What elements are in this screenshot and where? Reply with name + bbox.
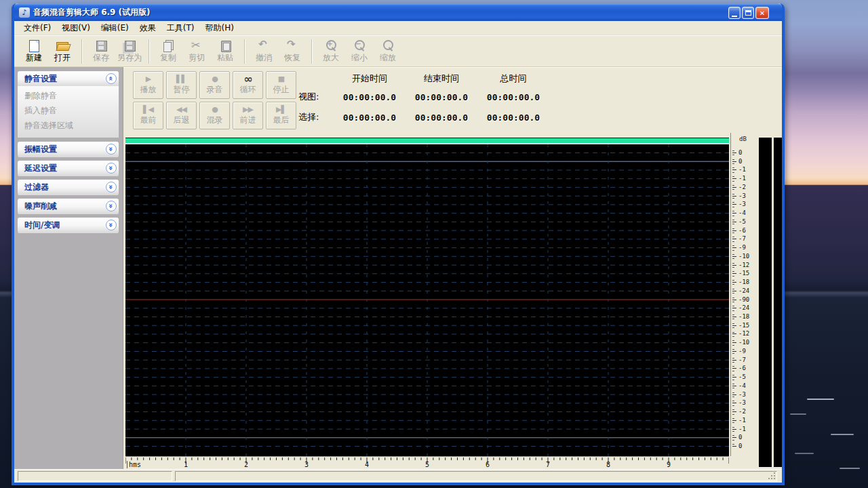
- resize-grip-icon[interactable]: [774, 478, 775, 479]
- selection-bar[interactable]: [125, 138, 729, 144]
- db-tick-label: -3: [731, 391, 758, 399]
- toolbar-button-zoom-out[interactable]: −缩小: [345, 37, 374, 66]
- time-column-header: 开始时间: [334, 73, 406, 85]
- sidebar-panel-title: 时间/变调: [24, 220, 60, 231]
- toolbar-button-zoom-in[interactable]: +放大: [317, 37, 345, 66]
- sidebar-panel-2: 振幅设置»: [18, 142, 119, 157]
- db-tick-label: -18: [731, 279, 758, 286]
- ruler-unit-label: hms: [127, 461, 141, 468]
- db-tick-label: -2: [731, 184, 758, 191]
- toolbar-button-undo[interactable]: 撤消: [250, 37, 278, 66]
- close-button[interactable]: ✕: [755, 7, 769, 19]
- transport-button-label: 前进: [240, 115, 256, 126]
- sidebar-item[interactable]: 删除静音: [18, 89, 119, 104]
- menu-bar: 文件(F)视图(V)编辑(E)效果工具(T)帮助(H): [14, 21, 782, 35]
- db-tick-label: 0: [731, 443, 758, 450]
- sidebar-panel-1: 静音设置«删除静音插入静音静音选择区域: [18, 71, 119, 138]
- transport-forward-button[interactable]: ▶▶前进: [233, 102, 263, 129]
- redo-icon: [285, 39, 299, 52]
- toolbar-button-save[interactable]: 保存: [87, 37, 115, 66]
- transport-button-label: 最后: [273, 115, 290, 126]
- transport-row: ▶播放▌▌暂停●录音∞循环■停止: [133, 71, 296, 99]
- sidebar-panel-header[interactable]: 时间/变调»: [18, 218, 119, 232]
- time-row: 选择:00:00:00.000:00:00.000:00:00.0: [298, 107, 549, 127]
- window-title: 音频混音剪辑大师 6.9 (试用版): [33, 7, 151, 18]
- menu-item[interactable]: 帮助(H): [200, 21, 239, 35]
- transport-rewind-button[interactable]: ◀◀后退: [166, 102, 197, 129]
- toolbar-separator: [311, 39, 312, 64]
- time-row: 视图:00:00:00.000:00:00.000:00:00.0: [298, 87, 549, 107]
- copy-icon: [161, 39, 175, 52]
- transport-skip-to-start-button[interactable]: ▌◀最前: [133, 102, 163, 129]
- toolbar-button-cut[interactable]: 剪切: [182, 37, 211, 66]
- db-tick-label: -1: [731, 166, 758, 174]
- sidebar-panel-header[interactable]: 噪声削减»: [18, 199, 119, 214]
- transport-skip-to-end-button[interactable]: ▶▌最后: [266, 102, 296, 129]
- menu-item[interactable]: 视图(V): [56, 21, 96, 35]
- title-bar[interactable]: ♪ 音频混音剪辑大师 6.9 (试用版) ✕: [14, 3, 782, 21]
- time-row-label: 视图:: [298, 91, 334, 103]
- transport-record-button[interactable]: ●录音: [199, 71, 230, 99]
- db-tick-label: -5: [731, 218, 758, 226]
- toolbar-button-label: 缩小: [351, 52, 368, 64]
- chevron-down-icon[interactable]: »: [106, 201, 117, 211]
- transport-button-label: 暂停: [174, 84, 190, 96]
- sidebar-panel-header[interactable]: 过滤器»: [18, 180, 119, 195]
- cut-icon: [190, 39, 203, 52]
- close-icon: ✕: [760, 9, 765, 17]
- time-value: 00:00:00.0: [406, 113, 477, 123]
- toolbar-button-label: 放大: [323, 52, 339, 64]
- toolbar-button-label: 缩放: [380, 52, 396, 64]
- toolbar-button-zoom[interactable]: 缩放: [374, 37, 402, 66]
- waveform-grid[interactable]: [125, 144, 729, 456]
- time-value: 00:00:00.0: [334, 113, 406, 123]
- menu-item[interactable]: 效果: [134, 21, 161, 35]
- chevron-down-icon[interactable]: »: [106, 163, 117, 174]
- app-icon: ♪: [19, 7, 30, 18]
- transport-stop-button[interactable]: ■停止: [266, 71, 296, 99]
- ruler-number: 8: [606, 461, 610, 468]
- db-tick-label: -7: [731, 357, 758, 364]
- chevron-down-icon[interactable]: »: [106, 182, 117, 192]
- toolbar-button-copy[interactable]: 复制: [154, 37, 182, 66]
- toolbar-button-redo[interactable]: 恢复: [278, 37, 307, 66]
- mix-record-icon: ●: [212, 105, 218, 115]
- maximize-button[interactable]: [742, 7, 754, 19]
- chevron-down-icon[interactable]: »: [106, 220, 117, 230]
- minimize-button[interactable]: [728, 7, 741, 19]
- menu-item[interactable]: 文件(F): [18, 21, 56, 35]
- toolbar-separator: [244, 39, 245, 64]
- sidebar-panel-title: 振幅设置: [24, 144, 57, 155]
- toolbar-separator: [81, 39, 82, 64]
- transport-buttons: ▶播放▌▌暂停●录音∞循环■停止▌◀最前◀◀后退●混录▶▶前进▶▌最后: [133, 71, 296, 129]
- sidebar-item[interactable]: 静音选择区域: [18, 119, 119, 134]
- transport-loop-button[interactable]: ∞循环: [233, 71, 263, 99]
- rewind-icon: ◀◀: [176, 105, 186, 115]
- sidebar-item[interactable]: 插入静音: [18, 104, 119, 119]
- sidebar-panel-header[interactable]: 静音设置«: [18, 71, 119, 86]
- sidebar-panel-title: 延迟设置: [24, 163, 57, 174]
- db-tick-label: -10: [731, 253, 758, 260]
- sidebar-panel-header[interactable]: 延迟设置»: [18, 161, 119, 176]
- chevron-up-icon[interactable]: «: [106, 73, 117, 84]
- transport-mix-record-button[interactable]: ●混录: [199, 102, 230, 129]
- status-pane-left: [18, 471, 172, 481]
- menu-item[interactable]: 工具(T): [161, 21, 200, 35]
- toolbar-button-save-as[interactable]: 另存为: [115, 37, 144, 66]
- transport-play-button[interactable]: ▶播放: [133, 71, 163, 99]
- zoom-glyph: +: [327, 40, 333, 47]
- transport-button-label: 循环: [240, 84, 256, 96]
- db-tick-label: -2: [731, 408, 758, 415]
- skip-to-start-icon: ▌◀: [143, 105, 153, 115]
- sidebar-panel-header[interactable]: 振幅设置»: [18, 142, 119, 157]
- toolbar-button-paste[interactable]: 粘贴: [211, 37, 239, 66]
- chevron-down-icon[interactable]: »: [106, 144, 117, 155]
- ruler-number: 3: [304, 461, 309, 468]
- transport-pause-button[interactable]: ▌▌暂停: [166, 71, 197, 99]
- toolbar-button-open-folder[interactable]: 打开: [48, 37, 77, 66]
- time-value: 00:00:00.0: [477, 92, 549, 102]
- menu-item[interactable]: 编辑(E): [96, 21, 134, 35]
- time-ruler[interactable]: hms 123456789: [125, 456, 729, 469]
- forward-icon: ▶▶: [243, 105, 253, 115]
- toolbar-button-new-file[interactable]: 新建: [20, 37, 48, 66]
